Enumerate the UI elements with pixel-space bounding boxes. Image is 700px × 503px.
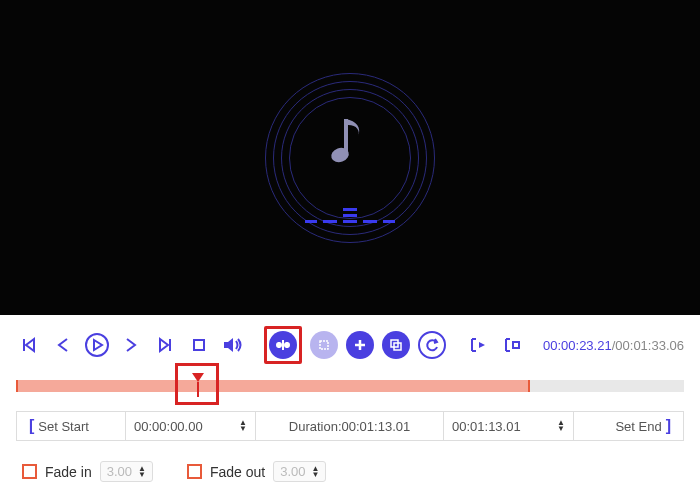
fade-in-checkbox[interactable]: [22, 464, 37, 479]
player-toolbar: 00:00:23.21/00:01:33.06: [16, 325, 684, 365]
svg-point-3: [277, 343, 281, 347]
fade-out-label: Fade out: [210, 464, 265, 480]
set-start-button[interactable]: [ Set Start: [16, 411, 126, 441]
fade-in-label: Fade in: [45, 464, 92, 480]
timecode-total: 00:01:33.06: [615, 338, 684, 353]
set-end-button[interactable]: Set End ]: [574, 411, 684, 441]
end-time-value: 00:01:13.01: [452, 419, 521, 434]
duration-display: Duration:00:01:13.01: [256, 411, 444, 441]
crop-button[interactable]: [310, 331, 338, 359]
end-time-field[interactable]: 00:01:13.01 ▲▼: [444, 411, 574, 441]
fade-in-field[interactable]: 3.00 ▲▼: [100, 461, 153, 482]
stop-button[interactable]: [186, 332, 212, 358]
set-end-label: Set End: [615, 419, 661, 434]
step-back-button[interactable]: [50, 332, 76, 358]
timecode-display: 00:00:23.21/00:01:33.06: [543, 338, 684, 353]
volume-button[interactable]: [220, 332, 246, 358]
fade-out-field[interactable]: 3.00 ▲▼: [273, 461, 326, 482]
add-button[interactable]: [346, 331, 374, 359]
music-note-icon: [328, 113, 372, 169]
svg-rect-8: [513, 342, 519, 348]
seek-end-button[interactable]: [152, 332, 178, 358]
mark-in-button[interactable]: [467, 332, 493, 358]
audio-disc-visual: [265, 73, 435, 243]
svg-point-1: [86, 334, 108, 356]
timeline-selection[interactable]: [16, 380, 530, 392]
split-button[interactable]: [269, 331, 297, 359]
set-start-label: Set Start: [38, 419, 89, 434]
copy-button[interactable]: [382, 331, 410, 359]
preview-pane: [0, 0, 700, 315]
fade-in-value: 3.00: [107, 464, 132, 479]
play-button[interactable]: [84, 332, 110, 358]
undo-button[interactable]: [418, 331, 446, 359]
fade-out-stepper[interactable]: ▲▼: [312, 466, 320, 478]
end-time-stepper[interactable]: ▲▼: [557, 420, 565, 432]
playhead-handle[interactable]: [191, 372, 205, 398]
highlight-split: [264, 326, 302, 364]
fade-controls: Fade in 3.00 ▲▼ Fade out 3.00 ▲▼: [16, 457, 684, 486]
duration-value: 00:01:13.01: [342, 419, 411, 434]
step-forward-button[interactable]: [118, 332, 144, 358]
svg-point-4: [285, 343, 289, 347]
equalizer-icon: [305, 208, 395, 223]
start-time-value: 00:00:00.00: [134, 419, 203, 434]
timeline[interactable]: [16, 375, 684, 397]
mark-out-button[interactable]: [501, 332, 527, 358]
fade-out-checkbox[interactable]: [187, 464, 202, 479]
svg-rect-2: [194, 340, 204, 350]
seek-start-button[interactable]: [16, 332, 42, 358]
range-controls: [ Set Start 00:00:00.00 ▲▼ Duration:00:0…: [16, 411, 684, 441]
duration-label: Duration:: [289, 419, 342, 434]
start-time-stepper[interactable]: ▲▼: [239, 420, 247, 432]
fade-in-stepper[interactable]: ▲▼: [138, 466, 146, 478]
timecode-current: 00:00:23.21: [543, 338, 612, 353]
svg-rect-5: [320, 341, 328, 349]
start-time-field[interactable]: 00:00:00.00 ▲▼: [126, 411, 256, 441]
fade-out-value: 3.00: [280, 464, 305, 479]
